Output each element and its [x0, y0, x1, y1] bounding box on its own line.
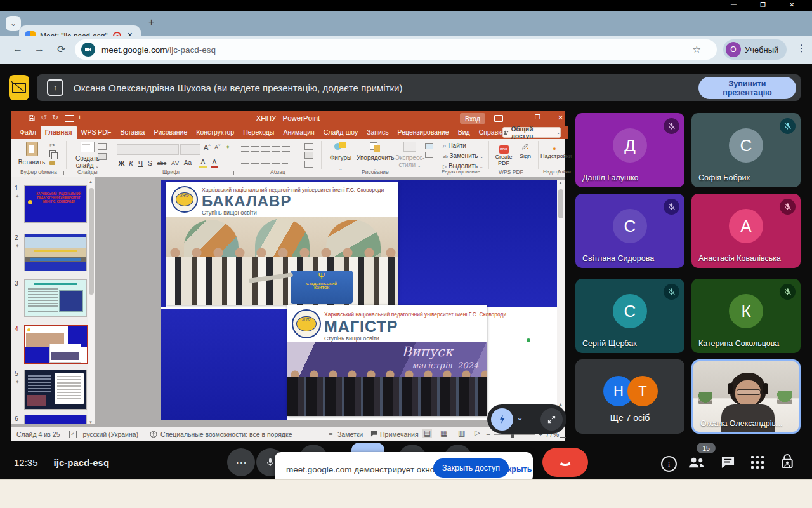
- fit-to-window-icon[interactable]: [560, 431, 566, 438]
- font-size-box[interactable]: [180, 144, 200, 155]
- view-sorter-button[interactable]: ▦: [440, 429, 447, 438]
- replace-button[interactable]: ab Заменить ⌄: [443, 152, 483, 159]
- participant-tile[interactable]: Д Даніїл Галушко: [575, 113, 684, 187]
- new-tab-button[interactable]: +: [148, 17, 154, 28]
- tab-record[interactable]: Запись: [362, 126, 393, 139]
- zoom-slider-track[interactable]: [494, 434, 535, 435]
- chat-button[interactable]: [721, 455, 735, 471]
- chevron-down-icon[interactable]: ⌄: [516, 413, 523, 422]
- participant-tile[interactable]: А Анастасія Ковалівська: [691, 194, 801, 268]
- underline-button[interactable]: Ч: [136, 159, 145, 167]
- tab-insert[interactable]: Вставка: [115, 126, 149, 139]
- tab-search-button[interactable]: ⌄: [6, 16, 21, 31]
- tab-transitions[interactable]: Переходы: [239, 126, 278, 139]
- addins-button[interactable]: ● Надстройки: [540, 142, 568, 159]
- slide-thumbnail-6[interactable]: [24, 415, 87, 424]
- slide-scrollbar[interactable]: ▲ ▲ ▼: [557, 180, 565, 420]
- shape-fill-icon[interactable]: [425, 143, 433, 149]
- collapse-ribbon-icon[interactable]: ∧: [557, 168, 561, 175]
- stop-sharing-button[interactable]: Закрыть доступ: [433, 458, 509, 478]
- accessibility-status[interactable]: Специальные возможности: все в порядке: [160, 431, 292, 438]
- notes-toggle[interactable]: Заметки: [337, 431, 363, 438]
- overflow-participants-tile[interactable]: Н Т Ще 7 осіб: [575, 359, 684, 434]
- tab-slideshow[interactable]: Слайд-шоу: [319, 126, 362, 139]
- tab-wps-pdf[interactable]: WPS PDF: [77, 126, 116, 139]
- self-video-tile[interactable]: Оксана Олександрів...: [691, 359, 801, 434]
- grow-font-button[interactable]: А˄: [204, 144, 211, 151]
- create-pdf-button[interactable]: PDF CreatePDF: [492, 142, 515, 166]
- slide-thumbnail-1[interactable]: ХАРКІВСЬКИЙ НАЦІОНАЛЬНИЙ ПЕДАГОГІЧНИЙ УН…: [24, 185, 87, 223]
- tab-review[interactable]: Рецензирование: [393, 126, 454, 139]
- view-normal-button[interactable]: ▤: [422, 429, 432, 438]
- scroll-up-icon[interactable]: ▲: [89, 180, 93, 184]
- font-dialog-launcher[interactable]: [230, 171, 234, 175]
- ppt-close-icon[interactable]: ✕: [558, 114, 563, 122]
- tab-draw[interactable]: Рисование: [149, 126, 192, 139]
- slide-thumbnail-2[interactable]: [24, 234, 87, 271]
- slide-reset-icon[interactable]: [98, 153, 107, 160]
- smartart-icon[interactable]: [304, 161, 313, 168]
- sign-button[interactable]: Sign: [516, 142, 534, 159]
- spacing-button[interactable]: АV: [169, 160, 181, 166]
- info-button[interactable]: i: [661, 456, 677, 472]
- bold-button[interactable]: Ж: [117, 159, 126, 167]
- presenting-indicator[interactable]: [9, 75, 29, 100]
- clear-format-button[interactable]: ✦: [225, 144, 230, 150]
- reload-button[interactable]: ⟳: [57, 43, 65, 55]
- find-button[interactable]: ⌕ Найти: [443, 142, 466, 150]
- paste-button[interactable]: Вставить: [18, 142, 46, 166]
- ribbon-display-icon[interactable]: [494, 115, 503, 122]
- highlight-button[interactable]: А: [199, 158, 207, 168]
- slide-thumbnail-4-selected[interactable]: [24, 325, 88, 364]
- language-status[interactable]: русский (Украина): [83, 431, 139, 438]
- screen-close-icon[interactable]: ✕: [789, 1, 794, 8]
- tab-file[interactable]: Файл: [15, 126, 41, 139]
- scrollbar-thumb[interactable]: [89, 188, 94, 295]
- expand-button[interactable]: [540, 408, 563, 431]
- slide-canvas[interactable]: ХНПУ Харківський національний педагогічн…: [161, 180, 557, 420]
- forward-button[interactable]: →: [34, 43, 44, 55]
- comments-toggle[interactable]: Примечания: [380, 431, 419, 438]
- participant-tile[interactable]: С Світлана Сидорова: [575, 194, 684, 268]
- scroll-up-icon[interactable]: ▲: [558, 180, 563, 185]
- screen-maximize-icon[interactable]: ❐: [760, 1, 766, 8]
- align-text-icon[interactable]: [304, 152, 313, 159]
- shadow-button[interactable]: S: [145, 159, 155, 167]
- text-direction-icon[interactable]: [304, 143, 313, 150]
- bookmark-star-icon[interactable]: ☆: [693, 44, 701, 55]
- tab-view[interactable]: Вид: [454, 126, 475, 139]
- back-button[interactable]: ←: [13, 43, 23, 55]
- comment-marker[interactable]: [527, 338, 530, 342]
- participant-tile[interactable]: К Катерина Сокольцова: [691, 279, 801, 353]
- share-button[interactable]: Общий доступ ⌄: [502, 127, 561, 138]
- tab-animations[interactable]: Анимация: [278, 126, 318, 139]
- hide-popup-link[interactable]: Скрыть: [502, 465, 532, 474]
- arrange-button[interactable]: Упорядочить ⌄: [357, 142, 393, 173]
- proofing-icon[interactable]: ✓: [69, 431, 77, 438]
- ppt-maximize-icon[interactable]: ❐: [535, 114, 540, 121]
- screen-minimize-icon[interactable]: —: [731, 1, 737, 8]
- annotate-button[interactable]: [491, 408, 513, 431]
- omnibox[interactable]: meet.google.com/ijc-pacd-esq ☆: [75, 39, 717, 60]
- quick-styles-button[interactable]: Экспресс-стили ⌄: [395, 142, 425, 168]
- font-name-box[interactable]: [117, 144, 179, 155]
- shapes-button[interactable]: Фигуры ⌄: [326, 142, 355, 173]
- bullet-list-buttons[interactable]: [241, 144, 292, 156]
- participant-tile[interactable]: С Сергій Щербак: [575, 279, 684, 353]
- slide-thumbnail-3[interactable]: [24, 279, 87, 317]
- scroll-down-icon[interactable]: ▼: [89, 420, 93, 424]
- font-color-button[interactable]: А: [211, 158, 218, 168]
- participant-tile[interactable]: С Софія Бобрик: [691, 113, 801, 187]
- activities-button[interactable]: [751, 456, 764, 471]
- shrink-font-button[interactable]: А˅: [214, 144, 221, 150]
- clipboard-dialog-launcher[interactable]: [60, 171, 64, 175]
- case-button[interactable]: Аа: [181, 159, 194, 166]
- signin-button[interactable]: Вход: [460, 113, 485, 124]
- scrollbar-thumb[interactable]: [558, 189, 563, 218]
- cut-icon[interactable]: ✂: [49, 142, 55, 149]
- tab-home[interactable]: Главная: [41, 126, 77, 139]
- thumbnail-scrollbar[interactable]: ▲ ▼: [88, 180, 95, 424]
- stop-presentation-button[interactable]: Зупинити презентацію: [698, 77, 796, 99]
- people-button[interactable]: [688, 455, 705, 472]
- drawing-dialog-launcher[interactable]: [424, 171, 428, 175]
